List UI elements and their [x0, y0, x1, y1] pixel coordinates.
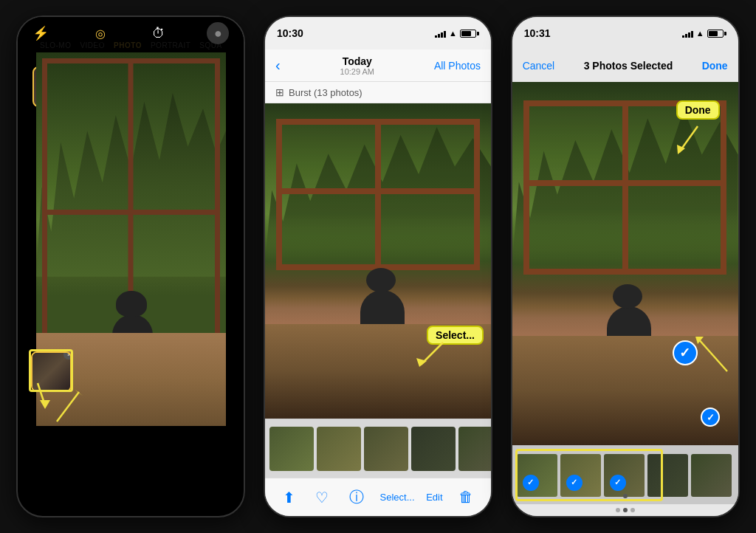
- phone-photos: 10:30 ▲ ‹: [264, 16, 492, 517]
- burst-icon: ⊞: [275, 86, 284, 98]
- photo-film-strip: [265, 419, 491, 478]
- back-button[interactable]: ‹: [275, 57, 281, 74]
- thumbnail-arrow: [53, 388, 90, 425]
- selected-count-label: 3 Photos Selected: [584, 60, 673, 72]
- check-circle-arrow: [683, 331, 735, 375]
- strip-thumb-3[interactable]: [364, 427, 408, 471]
- select-button[interactable]: Select...: [380, 492, 415, 503]
- flash-icon[interactable]: ⚡: [32, 25, 49, 41]
- selection-status-icons: ▲: [682, 29, 726, 38]
- signal-bar-4: [691, 31, 693, 38]
- selection-main-photo[interactable]: ✓ ✓ Done: [512, 82, 738, 445]
- mode-arrow: [34, 379, 56, 409]
- heart-button[interactable]: ♡: [311, 484, 333, 511]
- main-photo[interactable]: Select...: [265, 103, 491, 419]
- signal-bar-3: [688, 32, 690, 38]
- strip-thumb-4[interactable]: [411, 427, 456, 471]
- selection-status-bar: 10:31 ▲: [512, 17, 738, 49]
- settings-icon[interactable]: ●: [207, 22, 229, 44]
- selection-signal-icon: [682, 29, 693, 38]
- signal-bar-1: [435, 35, 437, 38]
- done-callout-bubble: Done: [676, 100, 720, 120]
- selection-nav-bar: Cancel 3 Photos Selected Done: [512, 49, 738, 82]
- page-dot-b: [623, 508, 628, 512]
- nav-title: Today: [340, 55, 374, 67]
- strip-thumb-1[interactable]: [269, 427, 314, 471]
- selection-wifi-icon: ▲: [696, 29, 704, 38]
- signal-bar-3: [441, 32, 443, 38]
- selection-thumb-5[interactable]: [691, 454, 732, 497]
- svg-line-0: [57, 392, 79, 422]
- strip-thumb-5[interactable]: [458, 427, 491, 471]
- camera-top-bar: ⚡ ◎ ⏱ ●: [18, 17, 244, 49]
- phone-selection: 10:31 ▲ Cancel 3 Photos: [511, 16, 740, 517]
- selection-page-dots: [512, 504, 738, 516]
- battery-tip: [477, 32, 479, 35]
- signal-bar-1: [682, 35, 684, 38]
- trash-button[interactable]: 🗑: [454, 484, 478, 510]
- battery-icon: [460, 30, 479, 38]
- selection-battery-icon: [707, 30, 726, 38]
- page-dot-a: [616, 508, 620, 512]
- all-photos-button[interactable]: All Photos: [434, 60, 481, 72]
- signal-bar-2: [438, 34, 440, 38]
- signal-bar-2: [685, 34, 687, 38]
- edit-button[interactable]: Edit: [426, 492, 442, 503]
- photos-status-icons: ▲: [435, 29, 479, 38]
- battery-fill: [461, 31, 471, 36]
- select-arrow: [413, 339, 450, 368]
- info-button[interactable]: ⓘ: [345, 483, 368, 512]
- selection-battery-tip: [724, 32, 726, 35]
- nav-center: Today 10:29 AM: [340, 55, 374, 76]
- burst-text: Burst (13 photos): [289, 87, 362, 98]
- photos-nav-bar: ‹ Today 10:29 AM All Photos: [265, 49, 491, 82]
- strip-thumb-2[interactable]: [317, 427, 361, 471]
- selection-battery-fill: [709, 31, 718, 36]
- battery-body: [460, 30, 476, 38]
- wifi-icon: ▲: [449, 29, 457, 38]
- done-button[interactable]: Done: [702, 60, 728, 72]
- photos-status-bar: 10:30 ▲: [265, 17, 491, 49]
- selection-battery-body: [707, 30, 724, 38]
- phone-camera: ⚡ ◎ ⏱ ●: [16, 16, 245, 517]
- page-dot-c: [630, 508, 635, 512]
- photo-toolbar: ⬆ ♡ ⓘ Select... Edit 🗑: [265, 478, 491, 516]
- share-button[interactable]: ⬆: [278, 484, 300, 511]
- live-photo-icon[interactable]: ◎: [90, 23, 111, 44]
- selected-strip-highlight: [515, 449, 663, 501]
- done-arrow: [676, 123, 712, 159]
- selection-status-time: 10:31: [524, 27, 551, 39]
- selection-film-strip: ✓ ✓ ✓: [512, 445, 738, 504]
- cancel-button[interactable]: Cancel: [523, 60, 555, 72]
- signal-icon: [435, 29, 446, 38]
- photos-status-time: 10:30: [277, 27, 303, 39]
- svg-marker-3: [40, 400, 50, 409]
- burst-label: ⊞ Burst (13 photos): [265, 82, 491, 103]
- timer-icon[interactable]: ⏱: [152, 26, 165, 41]
- chevron-left-icon: ‹: [275, 57, 281, 74]
- signal-bar-4: [444, 31, 446, 38]
- svg-line-8: [698, 338, 727, 371]
- nav-subtitle: 10:29 AM: [340, 67, 374, 76]
- main-container: ⚡ ◎ ⏱ ●: [0, 0, 756, 533]
